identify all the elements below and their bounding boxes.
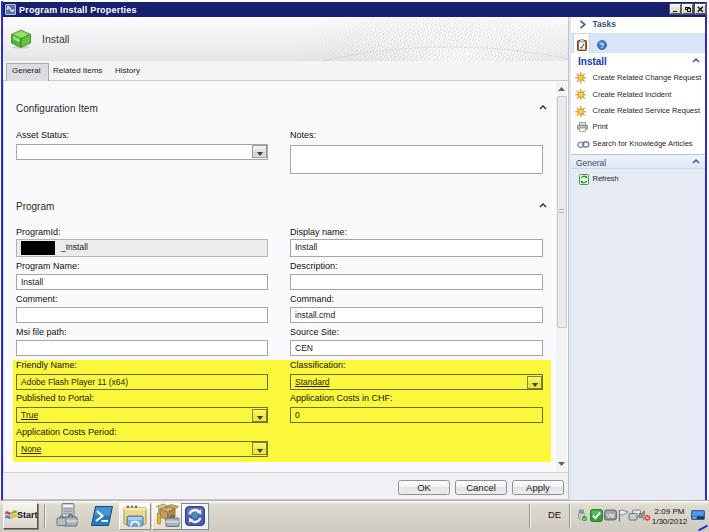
svg-text:?: ?	[599, 42, 603, 49]
svg-text:VM: VM	[606, 513, 615, 519]
